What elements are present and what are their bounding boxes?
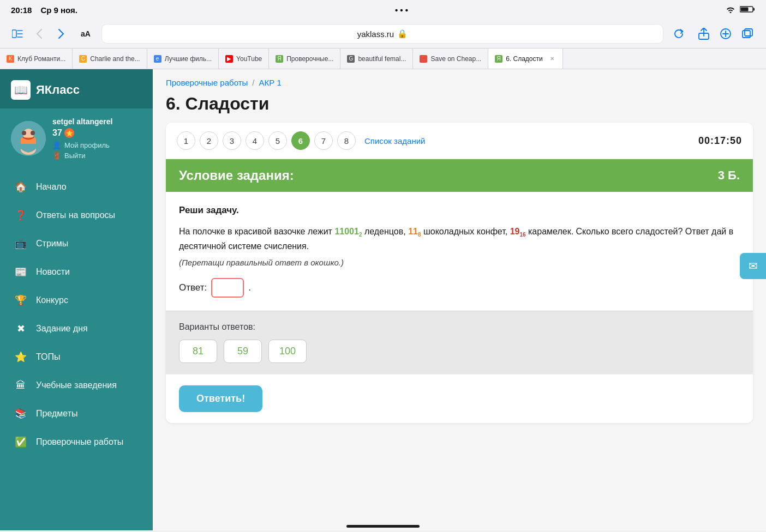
answer-dot: . — [248, 282, 251, 293]
tab-label-club: Клуб Романти... — [17, 55, 65, 63]
sidebar-item-daily[interactable]: ✖ Задание дня — [0, 315, 153, 343]
sidebar-item-label-home: Начало — [36, 182, 67, 192]
number-binary: 110012 — [334, 227, 362, 236]
content-area: Проверочные работы / АКР 1 6. Сладости 1… — [153, 69, 766, 530]
number-octal: 118 — [408, 227, 421, 236]
breadcrumb-parent[interactable]: Проверочные работы — [166, 78, 248, 87]
tab-charlie[interactable]: C Charlie and the... — [73, 49, 147, 69]
user-links: 👤 Мой профиль 🚪 Выйти — [52, 141, 142, 160]
tabs-overview-button[interactable] — [738, 24, 757, 44]
fab-message-button[interactable]: ✉ — [740, 253, 766, 279]
task-num-6[interactable]: 6 — [291, 131, 310, 150]
sidebar-item-tests[interactable]: ✅ Проверочные работы — [0, 428, 153, 456]
tab-more-dots: • • • — [395, 5, 408, 15]
condition-points: 3 Б. — [718, 168, 740, 183]
logout-link[interactable]: 🚪 Выйти — [52, 152, 142, 160]
back-button[interactable] — [31, 25, 48, 43]
sidebar-item-streams[interactable]: 📺 Стримы — [0, 229, 153, 258]
my-profile-link[interactable]: 👤 Мой профиль — [52, 141, 142, 149]
address-bar[interactable]: yaklass.ru 🔒 — [101, 24, 663, 44]
task-card: 1 2 3 4 5 6 7 8 Список заданий 00:17:50 … — [166, 123, 753, 423]
sidebar-header: 📖 ЯКласс — [0, 69, 153, 108]
tab-sladosti[interactable]: Я 6. Сладости ✕ — [488, 49, 563, 69]
sidebar-item-label-daily: Задание дня — [36, 324, 88, 334]
svg-point-17 — [22, 131, 26, 135]
svg-rect-11 — [743, 31, 750, 38]
sidebar: 📖 ЯКласс setgel altangerel 3 — [0, 69, 153, 530]
task-list-link[interactable]: Список заданий — [364, 136, 425, 146]
tab-label-proverki: Проверочные... — [286, 55, 333, 63]
task-num-3[interactable]: 3 — [223, 131, 241, 150]
browser-actions — [694, 24, 757, 44]
variant-81[interactable]: 81 — [179, 340, 217, 363]
variants-title: Варианты ответов: — [179, 322, 740, 332]
variants-section: Варианты ответов: 81 59 100 — [166, 311, 753, 374]
tab-close-button[interactable]: ✕ — [548, 55, 556, 63]
streams-icon: 📺 — [13, 236, 28, 251]
tab-label-charlie: Charlie and the... — [90, 55, 140, 63]
tab-favicon-proverki: Я — [276, 55, 283, 63]
browser-nav — [9, 25, 70, 43]
sidebar-item-label-contest: Конкурс — [36, 295, 68, 305]
task-num-7[interactable]: 7 — [314, 131, 333, 150]
browser-chrome: aA yaklass.ru 🔒 — [0, 20, 766, 49]
task-num-8[interactable]: 8 — [337, 131, 356, 150]
tab-films[interactable]: e Лучшие филь... — [147, 49, 219, 69]
sidebar-toggle-button[interactable] — [9, 25, 26, 43]
tab-club[interactable]: К Клуб Романти... — [0, 49, 73, 69]
sidebar-item-label-news: Новости — [36, 267, 70, 277]
address-text: yaklass.ru — [357, 29, 394, 39]
task-num-5[interactable]: 5 — [268, 131, 287, 150]
day: Ср 9 ноя. — [40, 5, 77, 15]
sidebar-item-subjects[interactable]: 📚 Предметы — [0, 400, 153, 428]
avatar — [11, 121, 46, 156]
number-hex: 1916 — [510, 227, 526, 236]
sidebar-item-label-answers: Ответы на вопросы — [36, 210, 115, 220]
sidebar-item-answers[interactable]: ❓ Ответы на вопросы — [0, 201, 153, 229]
user-section: setgel altangerel 37 ⭐ 👤 Мой профиль 🚪 В… — [0, 108, 153, 168]
task-num-4[interactable]: 4 — [246, 131, 264, 150]
submit-button[interactable]: Ответить! — [179, 385, 262, 412]
font-size-button[interactable]: aA — [76, 29, 95, 38]
battery-icon — [740, 5, 755, 15]
task-instruction: Реши задачу. — [179, 205, 740, 216]
sidebar-item-tops[interactable]: ⭐ ТОПы — [0, 343, 153, 371]
schools-icon: 🏛 — [13, 378, 28, 393]
svg-rect-3 — [12, 30, 16, 38]
svg-rect-12 — [745, 29, 752, 36]
tab-favicon-club: К — [7, 55, 14, 63]
tab-save[interactable]: 📍 Save on Cheap... — [413, 49, 488, 69]
subjects-icon: 📚 — [13, 406, 28, 421]
lock-icon: 🔒 — [397, 29, 408, 39]
tab-favicon-save: 📍 — [420, 55, 427, 63]
task-numbers: 1 2 3 4 5 6 7 8 Список заданий — [177, 131, 425, 150]
answers-icon: ❓ — [13, 208, 28, 223]
variant-100[interactable]: 100 — [268, 340, 307, 363]
tab-label-beautiful: beautiful femal... — [358, 55, 406, 63]
tab-youtube[interactable]: ▶ YouTube — [219, 49, 269, 69]
variant-59[interactable]: 59 — [224, 340, 262, 363]
task-timer: 00:17:50 — [698, 135, 742, 147]
share-button[interactable] — [694, 24, 714, 44]
sidebar-item-label-schools: Учебные заведения — [36, 380, 117, 390]
task-num-1[interactable]: 1 — [177, 131, 195, 150]
reload-button[interactable] — [670, 25, 687, 43]
tab-favicon-youtube: ▶ — [225, 55, 233, 63]
task-num-2[interactable]: 2 — [200, 131, 218, 150]
sidebar-item-label-subjects: Предметы — [36, 409, 77, 419]
forward-button[interactable] — [52, 25, 70, 43]
sidebar-item-home[interactable]: 🏠 Начало — [0, 173, 153, 201]
sidebar-item-news[interactable]: 📰 Новости — [0, 258, 153, 286]
sidebar-item-schools[interactable]: 🏛 Учебные заведения — [0, 371, 153, 400]
tab-proverki[interactable]: Я Проверочные... — [269, 49, 340, 69]
wifi-icon — [726, 5, 735, 15]
sidebar-item-contest[interactable]: 🏆 Конкурс — [0, 286, 153, 315]
time: 20:18 — [11, 5, 32, 15]
breadcrumb-current[interactable]: АКР 1 — [259, 78, 281, 87]
new-tab-button[interactable] — [716, 24, 735, 44]
tab-beautiful[interactable]: G beautiful femal... — [340, 49, 413, 69]
tab-favicon-beautiful: G — [347, 55, 355, 63]
answer-input[interactable] — [211, 278, 244, 298]
daily-icon: ✖ — [13, 321, 28, 336]
condition-title: Условие задания: — [179, 168, 294, 183]
